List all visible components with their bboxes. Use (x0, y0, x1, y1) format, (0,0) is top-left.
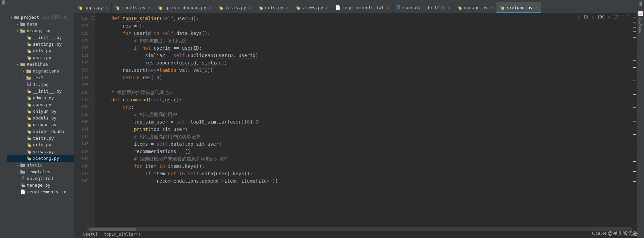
sciview-tool-label[interactable]: SciView (638, 17, 643, 33)
tree-root[interactable]: ▾project G:\项目外包 (7, 14, 74, 21)
sciview-icon[interactable]: 📈 (638, 11, 643, 16)
stripe-mark[interactable] (633, 107, 636, 108)
scrollbar-thumb[interactable] (89, 228, 136, 231)
tree-item-settings-py[interactable]: settings.py (7, 41, 74, 48)
close-icon[interactable]: × (209, 5, 211, 10)
close-icon[interactable]: × (387, 5, 389, 10)
tree-item-templates[interactable]: ▸templates (7, 169, 74, 175)
code-line[interactable]: # 相似度最高的用户 (100, 111, 632, 118)
stripe-mark[interactable] (633, 17, 636, 17)
code-line[interactable]: recommendations.append((item, items[item… (100, 177, 632, 185)
fold-toggle[interactable]: - (92, 98, 95, 101)
code-line[interactable]: items = self.data[top_sim_user] (100, 140, 632, 148)
close-icon[interactable]: × (448, 5, 450, 10)
tool-window-bar-left[interactable]: ▦ 项目 (0, 0, 7, 238)
code-editor[interactable]: 1261271281291301311321331341351361371381… (74, 13, 637, 238)
stripe-mark[interactable] (633, 67, 636, 68)
tree-item-tex1[interactable]: ▸tex1 (7, 75, 74, 81)
code-line[interactable]: def recommend(self,user): (100, 96, 632, 103)
stripe-mark[interactable] (633, 181, 636, 182)
stripe-mark[interactable] (633, 148, 636, 148)
code-line[interactable]: res = [] (100, 22, 632, 30)
tree-item-chiyun-py[interactable]: chiyun.py (7, 108, 74, 115)
tree-item-models-py[interactable]: models.py (7, 115, 74, 122)
tree-item-requirements-tx[interactable]: 📄requirements tx (7, 189, 74, 195)
tree-item-views-py[interactable]: views.py (7, 148, 74, 155)
horizontal-scrollbar[interactable] (87, 227, 632, 231)
breadcrumb[interactable]: UserCf › top10_simliar() (83, 231, 141, 237)
tab-apps-py[interactable]: apps.py× (74, 2, 112, 13)
code-line[interactable]: res.sort(key=lambda val: val[1]) (100, 66, 632, 74)
code-line[interactable]: res.append((userid, simliar)) (100, 59, 632, 66)
tree-item-tests-py[interactable]: tests.py (7, 135, 74, 142)
tree-item-manage-py[interactable]: manage.py (7, 182, 74, 189)
code-line[interactable]: try: (100, 103, 632, 111)
tab-manage-py[interactable]: manage.py× (454, 2, 496, 13)
project-tree[interactable]: ▾project G:\项目外包▸data▾diangying__init__.… (7, 0, 74, 238)
close-icon[interactable]: × (326, 5, 328, 10)
tab-xietong-py[interactable]: xietong.py× (496, 2, 542, 13)
tree-item-spider-douba[interactable]: spider_douba (7, 128, 74, 135)
error-stripe[interactable] (632, 13, 637, 238)
tree-item-urls-py[interactable]: urls.py (7, 142, 74, 148)
tree-item-xietong-py[interactable]: xietong.py (7, 155, 74, 162)
tab-console-db-2-[interactable]: 🗄console [db [2]]× (393, 2, 453, 13)
tab-tests-py[interactable]: tests.py× (215, 2, 255, 13)
fold-gutter[interactable]: -- (91, 13, 95, 238)
tree-item-apps-py[interactable]: apps.py (7, 101, 74, 108)
tree-item--init-py[interactable]: __init__.py (7, 34, 74, 41)
tab-views-py[interactable]: views.py× (292, 2, 332, 13)
code-line[interactable]: if item not in self.data[user].keys(): (100, 170, 632, 177)
tab-spider-douban-py[interactable]: spider_douban.py× (154, 2, 215, 13)
code-line[interactable]: # 相似度最高的用户的观影记录 (100, 133, 632, 140)
close-icon[interactable]: × (286, 5, 288, 10)
tree-item-qingan-py[interactable]: qingan.py (7, 122, 74, 128)
tree-item-urls-py[interactable]: urls.py (7, 48, 74, 54)
code-line[interactable]: return res[:4] (100, 74, 632, 81)
stripe-mark[interactable] (633, 31, 636, 32)
tab-requirements-txt[interactable]: 📄requirements.txt× (332, 2, 393, 13)
stripe-mark[interactable] (633, 44, 636, 44)
tool-window-bar-right[interactable]: 🗄 数据库 📈 SciView (637, 0, 644, 238)
stripe-mark[interactable] (633, 161, 636, 162)
stripe-mark[interactable] (633, 121, 636, 122)
tab-models-py[interactable]: models.py× (112, 2, 154, 13)
code-line[interactable]: # 筛选出该用户未观看的信息并添加到列表中 (100, 155, 632, 162)
tab-urls-py[interactable]: urls.py× (255, 2, 292, 13)
stripe-mark[interactable] (633, 81, 636, 81)
tree-item-keshihua[interactable]: ▾Keshihua (7, 61, 74, 68)
tree-item-migrations[interactable]: ▸migrations (7, 68, 74, 75)
stripe-mark[interactable] (633, 22, 636, 22)
tree-item-wsgi-py[interactable]: wsgi.py (7, 54, 74, 61)
tree-item--init-py[interactable]: __init__.py (7, 88, 74, 95)
tree-item-db-sqlite3[interactable]: 🛢db.sqlite3 (7, 175, 74, 182)
code-area[interactable]: def top10_simliar(self,userID): res = []… (95, 13, 632, 238)
code-line[interactable]: if not userid == userID: (100, 44, 632, 52)
breadcrumb-method[interactable]: top10_simliar() (104, 232, 141, 237)
stripe-mark[interactable] (633, 134, 636, 135)
close-icon[interactable]: × (535, 5, 538, 10)
code-line[interactable]: # 根据用户推荐信息给其他人 (100, 89, 632, 96)
tree-item-diangying[interactable]: ▾diangying (7, 28, 74, 34)
close-icon[interactable]: × (249, 5, 251, 10)
code-line[interactable]: print(top_sim_user) (100, 126, 632, 133)
tree-item-11-jpg[interactable]: 🖼11.jpg (7, 81, 74, 88)
code-line[interactable]: # 排除与自己计算相似度 (100, 37, 632, 44)
stripe-mark[interactable] (633, 94, 636, 95)
database-icon[interactable]: 🗄 (638, 1, 643, 6)
breadcrumb-class[interactable]: UserCf (83, 232, 98, 237)
chevron-down-icon[interactable]: ˅ (627, 15, 629, 19)
close-icon[interactable]: × (490, 5, 492, 10)
stripe-mark[interactable] (633, 171, 636, 172)
code-line[interactable]: def top10_simliar(self,userID): (100, 15, 632, 22)
editor-tabs[interactable]: apps.py×models.py×spider_douban.py×tests… (74, 0, 637, 13)
stripe-mark[interactable] (633, 37, 636, 38)
code-line[interactable]: for item in items.keys(): (100, 162, 632, 170)
stripe-mark[interactable] (633, 27, 636, 28)
code-line[interactable]: for userid in self.data.keys(): (100, 30, 632, 37)
tree-item-static[interactable]: ▸static (7, 162, 74, 169)
close-icon[interactable]: × (106, 5, 108, 10)
fold-toggle[interactable]: - (92, 16, 95, 20)
inspection-summary[interactable]: ⚠12 ⚠109 ✔13 ˄ ˅ (578, 15, 629, 19)
tree-item-admin-py[interactable]: admin.py (7, 95, 74, 101)
